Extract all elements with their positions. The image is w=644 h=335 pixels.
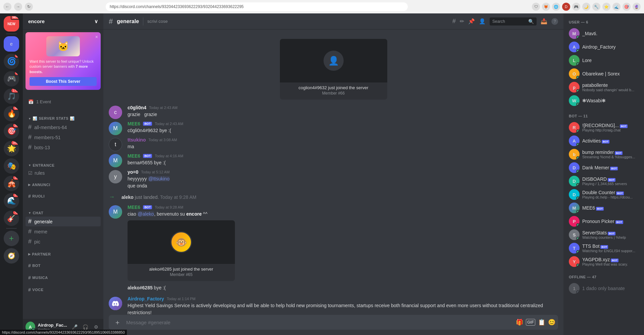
forward-button[interactable]: →: [14, 3, 22, 11]
server-header[interactable]: encore ∨: [23, 13, 103, 30]
join-avatar-2: 🐵: [170, 231, 192, 253]
browser-extension-11[interactable]: 🔮: [633, 3, 641, 11]
back-button[interactable]: ←: [3, 3, 11, 11]
member-activities[interactable]: A ActivitiesBOT: [566, 134, 641, 148]
category-voce[interactable]: # voce: [26, 286, 101, 294]
server-icon-2[interactable]: 🌀 8: [4, 54, 19, 69]
member-dank-memer[interactable]: D Dank MemerBOT: [566, 161, 641, 174]
members-icon[interactable]: 👤: [479, 18, 486, 24]
pin-icon[interactable]: 📌: [468, 18, 475, 24]
chevron-icon: ▼: [28, 117, 31, 120]
member-yagpdb[interactable]: Y YAGPDB.xyzBOT Playing Well that was sc…: [566, 255, 641, 268]
member-disboard[interactable]: D DISBOARDBOT Playing / 1,344,665 server…: [566, 174, 641, 188]
message-input[interactable]: [126, 316, 513, 329]
events-item[interactable]: 📅 1 Event: [26, 98, 101, 106]
server-add-button[interactable]: +: [4, 231, 19, 246]
browser-extension-2[interactable]: 🦊: [542, 3, 550, 11]
help-icon[interactable]: ?: [551, 18, 558, 25]
member-info: 1 dado only baanate: [582, 286, 639, 291]
category-musica[interactable]: # musica: [26, 274, 101, 282]
gif-icon[interactable]: GIF: [526, 319, 535, 326]
channel-pic[interactable]: # pic: [26, 237, 101, 246]
server-stats-section: ▼ 📊 SERVER STATS 📊 # all-members-64 # me…: [23, 106, 103, 153]
member-info: _Mavti.: [582, 31, 639, 36]
input-icons: 🎁 GIF 📋 😊: [516, 319, 555, 326]
server-icon-encore[interactable]: e: [4, 36, 19, 52]
member-pronoun-picker[interactable]: P Pronoun PickerBOT: [566, 215, 641, 228]
avatar: D: [569, 176, 580, 186]
member-obarekwe[interactable]: O Obarekwe | Sorex: [566, 67, 641, 80]
bot-badge: BOT: [143, 205, 152, 209]
refresh-button[interactable]: ↻: [25, 3, 33, 11]
category-chat[interactable]: ▼ CHAT: [26, 210, 101, 216]
server-icon-6[interactable]: 🎯 20: [4, 123, 19, 139]
server-icon-3[interactable]: 🎮 4: [4, 71, 19, 87]
channel-bots[interactable]: # bots-13: [26, 143, 101, 152]
category-server-stats[interactable]: ▼ 📊 SERVER STATS 📊: [26, 115, 101, 122]
member-mavti[interactable]: M _Mavti.: [566, 27, 641, 40]
channel-meme[interactable]: # meme: [26, 227, 101, 236]
inbox-icon[interactable]: 📥: [541, 18, 547, 24]
server-icon-4[interactable]: 🎵 173: [4, 89, 19, 104]
server-icon-10[interactable]: 🌊 27: [4, 193, 19, 209]
member-airdrop[interactable]: A Airdrop_Factory: [566, 40, 641, 54]
member-patabollente[interactable]: p patabollente Nobody said changin' woul…: [566, 80, 641, 94]
server-icon-7[interactable]: 🌟 359: [4, 141, 19, 156]
browser-extension-3[interactable]: 🌐: [552, 3, 560, 11]
avatar: D: [569, 189, 580, 200]
member-double-counter[interactable]: D Double CounterBOT Playing dc.help - ht…: [566, 188, 641, 201]
server-icon-5[interactable]: 🔥 38: [4, 106, 19, 121]
message-yo0: y yo=0 Today at 5:12 AM heyyyyyy @ttsuki…: [103, 169, 563, 190]
member-info: bump reminderBOT Streaming %cmd & %bsugg…: [582, 150, 639, 159]
member-bump-reminder[interactable]: b bump reminderBOT Streaming %cmd & %bsu…: [566, 148, 641, 161]
member-mee6[interactable]: M MEE6BOT: [566, 201, 641, 215]
browser-extension-10[interactable]: 🎯: [623, 3, 631, 11]
hash-icon: #: [28, 287, 31, 292]
channel-all-members[interactable]: # all-members-64: [26, 122, 101, 132]
member-recording[interactable]: R ![RECORDING]...BOT Playing http://crai…: [566, 121, 641, 134]
member-info: Lore: [582, 58, 639, 63]
category-partner[interactable]: ▶ PARTNER: [26, 251, 101, 258]
member-tts-bot[interactable]: T TTS BotBOT Watching for ENGLISH suppor…: [566, 241, 641, 255]
url-bar[interactable]: https://discord.com/channels/93204423369…: [106, 2, 408, 11]
server-icon-11[interactable]: 🎸 72: [4, 211, 19, 226]
category-annunci[interactable]: ▶ annunci: [26, 181, 101, 188]
server-discover-button[interactable]: 🧭: [4, 248, 19, 264]
channel-members[interactable]: # members-51: [26, 132, 101, 142]
member-lore[interactable]: L Lore: [566, 54, 641, 67]
browser-extension-9[interactable]: 🌊: [612, 3, 621, 11]
category-bot[interactable]: # BOT: [26, 262, 101, 270]
browser-extension-7[interactable]: 🔧: [592, 3, 600, 11]
member-serverstats[interactable]: S ServerStatsBOT Watching counters | %he…: [566, 228, 641, 241]
hash-button[interactable]: #: [452, 18, 456, 25]
server-icon-8[interactable]: 🎭: [4, 158, 19, 174]
message-text: ma: [128, 143, 558, 150]
message-timestamp: Today at 1:14 PM: [167, 297, 196, 301]
gift-icon[interactable]: 🎁: [516, 319, 523, 326]
channel-generale[interactable]: # generale: [26, 217, 101, 226]
server-icon-9[interactable]: 🎪 15: [4, 176, 19, 191]
search-bar[interactable]: Search 🔍: [490, 17, 537, 25]
member-wasabi[interactable]: W ❃Wasabi❃: [566, 94, 641, 107]
boost-server-button[interactable]: Boost This Server: [30, 77, 97, 86]
status-dot: [576, 250, 580, 254]
avatar: M: [109, 122, 122, 135]
browser-extension-5[interactable]: 🎮: [572, 3, 580, 11]
category-entrance[interactable]: ▼ ENTRANCE: [26, 162, 101, 169]
join-avatar-1: 👤: [324, 51, 344, 71]
emoji-icon[interactable]: 😊: [548, 319, 555, 326]
browser-extension-6[interactable]: 🌙: [582, 3, 590, 11]
sticker-icon[interactable]: 📋: [538, 319, 545, 326]
browser-extension-8[interactable]: ⭐: [602, 3, 610, 11]
avatar: t: [109, 138, 122, 151]
channel-rules[interactable]: ☑ rules: [26, 169, 101, 177]
browser-extension-1[interactable]: 🛡: [532, 3, 540, 11]
attach-button[interactable]: ＋: [111, 315, 123, 330]
member-dado[interactable]: 1 1 dado only baanate: [566, 282, 641, 295]
bot-tag: BOT: [611, 259, 618, 262]
browser-extension-4[interactable]: D: [562, 3, 570, 11]
pencil-icon[interactable]: ✏: [460, 18, 464, 24]
boost-card-close[interactable]: ×: [95, 34, 98, 40]
server-icon-new[interactable]: NEW NEW: [4, 16, 19, 32]
category-ruoli[interactable]: # ruoli: [26, 192, 101, 200]
